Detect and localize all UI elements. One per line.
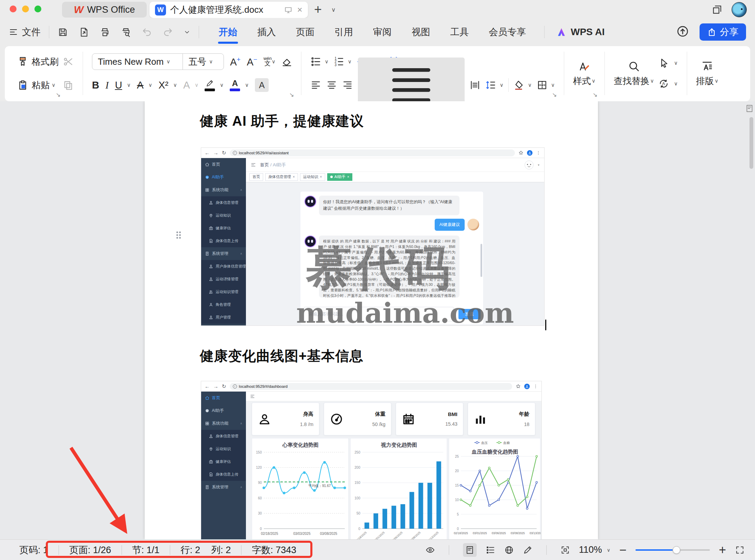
sidebar-item[interactable]: 身体信息上传	[201, 235, 246, 247]
present-monitor-icon[interactable]	[284, 6, 292, 14]
sidebar-item[interactable]: 身体信息上传	[201, 468, 246, 481]
account-avatar[interactable]	[732, 2, 747, 17]
sidebar-item[interactable]: 运动知识	[201, 209, 246, 222]
bookmark-star-icon[interactable]	[516, 384, 521, 389]
address-bar[interactable]: i localhost:9529/#/ai/assistant	[230, 149, 515, 156]
numbered-list-icon[interactable]	[333, 56, 344, 67]
font-family-select[interactable]: Times New Rom∨	[92, 56, 183, 67]
close-tag-icon[interactable]: ×	[347, 175, 349, 179]
paragraph-group-expander[interactable]: ↘	[552, 91, 557, 98]
bold-button[interactable]: B	[92, 80, 99, 90]
collapse-sidebar-icon[interactable]	[251, 162, 256, 167]
copy-icon[interactable]	[63, 80, 74, 91]
typeset-button[interactable]: 排版∨	[696, 60, 718, 87]
strikethrough-button[interactable]: A	[137, 80, 144, 90]
sidebar-item[interactable]: 系统功能∧	[201, 184, 246, 196]
browser-menu-icon[interactable]	[533, 384, 538, 389]
font-color-button[interactable]: A	[230, 79, 240, 91]
upload-cloud-button[interactable]	[676, 25, 689, 39]
browser-back-icon[interactable]: ←	[205, 150, 210, 156]
zoom-out-button[interactable]: −	[619, 543, 627, 557]
sidebar-item[interactable]: 系统管理∧	[201, 247, 246, 260]
app-user-avatar[interactable]	[525, 160, 534, 169]
align-center-icon[interactable]	[326, 80, 337, 91]
view-tag[interactable]: 身体信息管理×	[265, 173, 298, 181]
sidebar-item[interactable]: 健康评估	[201, 455, 246, 468]
zoom-slider[interactable]	[635, 549, 710, 551]
italic-button[interactable]: I	[105, 80, 109, 90]
highlight-color-button[interactable]	[205, 79, 215, 91]
sidebar-item[interactable]: 系统功能∧	[201, 417, 246, 430]
menu-tab[interactable]: 插入	[247, 18, 286, 46]
ruler-toggle-icon[interactable]	[745, 104, 754, 113]
send-button[interactable]: 发送	[458, 309, 480, 319]
outline-view-icon[interactable]	[486, 545, 495, 555]
eye-preview-icon[interactable]	[425, 545, 435, 555]
borders-icon[interactable]	[537, 80, 548, 91]
phonetic-guide-button[interactable]: wén文∨	[263, 57, 276, 66]
font-group-expander[interactable]: ↘	[289, 91, 294, 98]
menu-tab[interactable]: 工具	[440, 18, 479, 46]
address-bar[interactable]: i localhost:9529/#/dashboard	[230, 383, 512, 390]
sidebar-item[interactable]: 运动知识管理	[201, 286, 246, 298]
shading-icon[interactable]	[514, 80, 525, 91]
zoom-window-button[interactable]	[34, 6, 41, 12]
superscript-button[interactable]: X²	[158, 80, 168, 90]
zoom-chevron-icon[interactable]: ∨	[607, 547, 610, 553]
view-tag[interactable]: 运动知识×	[300, 173, 325, 181]
browser-forward-icon[interactable]: →	[213, 150, 218, 156]
align-left-icon[interactable]	[310, 80, 321, 91]
chat-input[interactable]: 请输入咨询问题...	[304, 307, 454, 321]
page-count-indicator[interactable]: 页面: 1/26	[69, 544, 111, 556]
styles-button[interactable]: 样式∨	[573, 60, 596, 87]
browser-forward-icon[interactable]: →	[213, 383, 218, 389]
view-tag[interactable]: 首页	[249, 173, 263, 181]
bookmark-star-icon[interactable]	[518, 150, 524, 155]
sidebar-item[interactable]: 角色管理	[201, 298, 246, 311]
find-replace-button[interactable]: 查找替换∨	[614, 60, 654, 87]
web-view-icon[interactable]	[504, 545, 514, 555]
close-window-button[interactable]	[10, 6, 17, 12]
export-icon[interactable]	[79, 27, 89, 38]
print-icon[interactable]	[100, 27, 110, 38]
print-preview-icon[interactable]	[121, 27, 131, 38]
redo-icon[interactable]	[163, 27, 173, 38]
line-spacing-icon[interactable]	[485, 80, 496, 91]
cut-icon[interactable]	[63, 56, 74, 67]
translate-icon[interactable]	[658, 78, 669, 89]
paragraph-drag-handle[interactable]	[176, 231, 182, 240]
menu-tab[interactable]: 页面	[286, 18, 324, 46]
menu-tab[interactable]: 会员专享	[479, 18, 536, 46]
close-tag-icon[interactable]: ×	[293, 175, 295, 179]
close-document-icon[interactable]: ×	[297, 4, 302, 15]
menu-tab[interactable]: 审阅	[363, 18, 402, 46]
sidebar-item[interactable]: AI助手	[201, 404, 246, 417]
styles-group-expander[interactable]: ↘	[592, 91, 597, 98]
browser-menu-icon[interactable]	[536, 151, 541, 155]
menu-tab[interactable]: 开始	[209, 18, 247, 46]
collapse-sidebar-icon[interactable]	[250, 394, 255, 399]
select-cursor-icon[interactable]	[658, 58, 669, 69]
sidebar-item[interactable]: 系统管理∧	[201, 481, 246, 494]
browser-back-icon[interactable]: ←	[205, 383, 210, 389]
sidebar-item[interactable]: 身体信息管理	[201, 196, 246, 209]
clipboard-group-expander[interactable]: ↘	[56, 91, 61, 98]
chat-scrollbar[interactable]	[480, 244, 482, 277]
fullscreen-icon[interactable]	[735, 545, 745, 555]
undo-icon[interactable]	[142, 27, 152, 38]
vertical-scrollbar[interactable]	[749, 117, 753, 169]
sidebar-item[interactable]: 运动详情管理	[201, 273, 246, 286]
fit-page-icon[interactable]	[560, 545, 570, 555]
document-page[interactable]: 健康 AI 助手，提健康建议 ← → ↻ i localhost:9529/#/…	[145, 101, 598, 539]
browser-refresh-icon[interactable]: ↻	[222, 150, 226, 156]
sidebar-item[interactable]: 用户管理	[201, 311, 246, 324]
zoom-in-button[interactable]: +	[719, 543, 726, 557]
bullet-list-icon[interactable]	[310, 56, 321, 67]
align-right-icon[interactable]	[342, 80, 353, 91]
word-count-indicator[interactable]: 字数: 7343	[252, 544, 296, 556]
quickbar-chevron-icon[interactable]	[184, 29, 190, 35]
character-shading-button[interactable]: A	[255, 78, 269, 92]
browser-profile-icon[interactable]	[527, 150, 532, 156]
sidebar-item[interactable]: AI助手	[201, 171, 246, 184]
close-tag-icon[interactable]: ×	[320, 175, 322, 179]
